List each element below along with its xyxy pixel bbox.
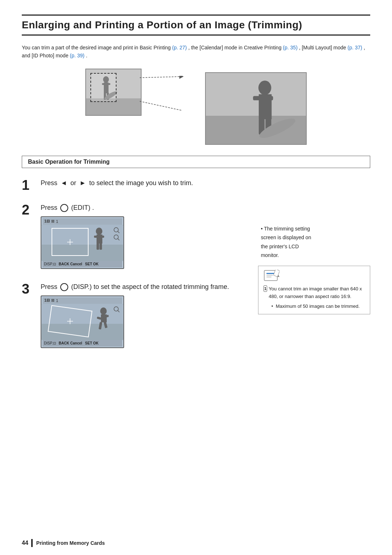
lcd-content-step2 xyxy=(41,226,123,260)
footer-divider xyxy=(31,539,33,547)
lcd-icon-2: ⊠ xyxy=(51,219,54,224)
step-3-num: 3 xyxy=(22,282,36,296)
svg-line-11 xyxy=(140,101,181,110)
trim-box xyxy=(90,73,117,102)
lcd-back-btn-2: BACK Cancel xyxy=(59,341,82,345)
lcd-icon-1: 1⊟ xyxy=(44,219,50,224)
lcd-screen-step2: 1⊟ ⊠ 1 xyxy=(41,216,124,269)
hero-images xyxy=(22,69,370,145)
step-1-press: Press xyxy=(41,179,57,187)
step-2-content: Press (EDIT) . 1⊟ ⊠ 1 xyxy=(41,203,246,271)
step2-bullet: • The trimming setting screen is display… xyxy=(258,225,370,260)
note-text-1: You cannot trim an image smaller than 64… xyxy=(269,285,365,301)
lcd-top-bar-step2: 1⊟ ⊠ 1 xyxy=(42,218,122,225)
step-3: 3 Press (DISP.) to set the aspect of the… xyxy=(22,282,246,350)
svg-rect-51 xyxy=(266,273,274,274)
footer-bar: 44 Printing from Memory Cards xyxy=(0,539,392,547)
disp-circle-icon xyxy=(60,283,68,291)
lcd-icon-1b: 1⊟ xyxy=(44,298,50,303)
step-2-num: 2 xyxy=(22,203,36,217)
arrow-left-icon: ◄ xyxy=(61,179,67,187)
svg-rect-26 xyxy=(94,236,98,238)
lcd-icon-2b: ⊠ xyxy=(51,298,54,303)
svg-rect-27 xyxy=(101,236,104,238)
page: Enlarging and Printing a Portion of an I… xyxy=(0,0,392,555)
bullet-line1: • The trimming setting xyxy=(261,225,370,233)
intro-text: You can trim a part of the desired image… xyxy=(22,44,370,60)
step-3-content: Press (DISP.) to set the aspect of the r… xyxy=(41,282,246,350)
step-1-text-post: to select the image you wish to trim. xyxy=(89,179,193,187)
note-item-1: 1 You cannot trim an image smaller than … xyxy=(264,285,365,301)
hero-large-image xyxy=(205,72,307,145)
step-1: 1 Press ◄ or ► to select the image you w… xyxy=(22,178,246,192)
note-doc-icon xyxy=(264,270,279,281)
step-1-content: Press ◄ or ► to select the image you wis… xyxy=(41,178,246,192)
svg-line-10 xyxy=(140,77,181,78)
step-1-or: or xyxy=(70,179,78,187)
hero-large-svg xyxy=(206,72,306,145)
lcd-screen-step3: 1⊟ ⊠ 1 xyxy=(41,295,124,348)
lcd-bottom-bar-step2: DISP.⊡ BACK Cancel SET OK xyxy=(42,261,122,268)
svg-rect-28 xyxy=(97,243,99,250)
lcd-bottom-bar-step3: DISP.⊡ BACK Cancel SET OK xyxy=(42,340,122,347)
step-3-press: Press xyxy=(41,283,59,290)
svg-rect-29 xyxy=(99,243,102,250)
svg-point-39 xyxy=(100,307,107,315)
arrow-svg xyxy=(138,76,185,112)
svg-rect-23 xyxy=(42,245,123,261)
lcd-disp-btn-2: DISP.⊡ xyxy=(44,341,56,345)
bullet-line2: screen is displayed on xyxy=(261,233,370,241)
bullet-line3: the printer's LCD xyxy=(261,242,370,250)
hero-small-wrap xyxy=(85,69,154,127)
svg-rect-52 xyxy=(266,275,273,276)
svg-rect-17 xyxy=(253,96,260,100)
footer-page-num: 44 xyxy=(22,540,28,546)
svg-point-15 xyxy=(258,81,271,95)
note-item-2: • Maximum of 50 images can be trimmed. xyxy=(271,303,365,310)
step-1-num: 1 xyxy=(22,178,36,192)
lcd-image-step2 xyxy=(42,225,123,261)
step-1-text: Press ◄ or ► to select the image you wis… xyxy=(41,178,246,188)
note-box: 1 You cannot trim an image smaller than … xyxy=(258,266,370,314)
step-2: 2 Press (EDIT) . 1⊟ ⊠ 1 xyxy=(22,203,246,271)
lcd-set-btn-2: SET OK xyxy=(85,341,98,345)
step-2-edit-label: (EDIT) . xyxy=(71,204,94,211)
note-text-2-content: Maximum of 50 images can be trimmed. xyxy=(276,303,360,309)
page-title: Enlarging and Printing a Portion of an I… xyxy=(22,15,370,36)
lcd-set-btn: SET OK xyxy=(85,262,98,266)
lcd-icon-3b: 1 xyxy=(56,298,58,303)
section-header: Basic Operation for Trimming xyxy=(22,156,370,168)
bullet-line4: monitor. xyxy=(261,251,370,259)
svg-point-24 xyxy=(96,228,102,235)
lcd-disp-btn: DISP.⊡ xyxy=(44,262,56,266)
arrow-right-icon: ► xyxy=(79,179,86,187)
edit-circle-icon xyxy=(60,204,68,212)
lcd-icon-3: 1 xyxy=(56,219,58,224)
steps-left: 1 Press ◄ or ► to select the image you w… xyxy=(22,178,246,361)
note-icon-area xyxy=(264,270,365,282)
lcd-top-bar-step3: 1⊟ ⊠ 1 xyxy=(42,297,122,304)
step-2-text: Press (EDIT) . xyxy=(41,203,246,213)
step-2-press: Press xyxy=(41,204,59,211)
footer-text: Printing from Memory Cards xyxy=(36,540,105,546)
steps-area: 1 Press ◄ or ► to select the image you w… xyxy=(22,178,370,361)
hero-small-image xyxy=(85,69,142,116)
note-text-2: • xyxy=(271,303,274,309)
note-num-1: 1 xyxy=(264,285,268,292)
step-3-text: Press (DISP.) to set the aspect of the r… xyxy=(41,282,246,292)
steps-right: • The trimming setting screen is display… xyxy=(258,178,370,361)
step-3-disp-label: (DISP.) to set the aspect of the rotated… xyxy=(71,283,229,290)
svg-rect-53 xyxy=(266,277,271,277)
lcd-back-btn: BACK Cancel xyxy=(59,262,82,266)
svg-rect-18 xyxy=(266,96,273,100)
svg-rect-14 xyxy=(206,73,306,115)
lcd-content-step3 xyxy=(41,305,123,339)
step2-bullet-text: • The trimming setting screen is display… xyxy=(261,225,370,260)
lcd-image-step3 xyxy=(42,304,123,340)
